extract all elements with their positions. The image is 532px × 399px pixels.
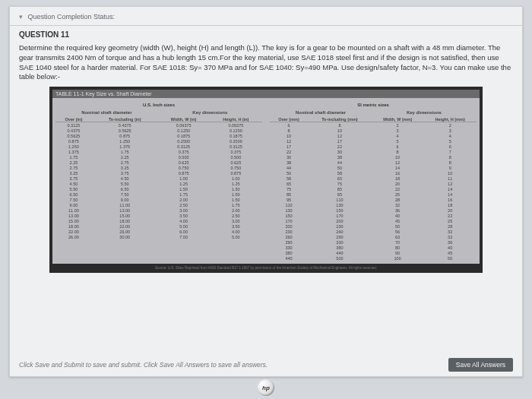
table-row: 50581610 bbox=[270, 170, 477, 176]
us-column: U.S. Inch sizes Nominal shaft diameterKe… bbox=[55, 101, 262, 261]
status-label: Question Completion Status: bbox=[28, 13, 116, 21]
table-figure: TABLE 11-1 Key Size vs. Shaft Diameter U… bbox=[49, 87, 483, 273]
table-row: 2602906332 bbox=[270, 234, 477, 239]
table-row: 1301503620 bbox=[270, 207, 477, 213]
table-row: 0.56250.8750.18750.1875 bbox=[55, 133, 262, 138]
table-row: 6.507.501.751.50 bbox=[55, 192, 262, 197]
table-row: 18.0022.005.003.50 bbox=[55, 223, 262, 229]
table-row: 4.505.501.251.25 bbox=[55, 181, 262, 186]
table-row: 0.8751.2500.25000.2500 bbox=[55, 138, 262, 144]
table-row: 4450149 bbox=[270, 165, 477, 170]
table-row: 22.0026.006.004.00 bbox=[55, 229, 262, 234]
divider bbox=[10, 25, 522, 26]
table-row: 1101303218 bbox=[270, 202, 477, 207]
hp-logo-icon: hp bbox=[258, 379, 274, 396]
table-row: 26.0030.007.005.00 bbox=[55, 234, 262, 239]
table-row: 6822 bbox=[270, 122, 477, 128]
table-row: 121755 bbox=[270, 138, 477, 144]
si-column: SI metric sizes Nominal shaft diameterKe… bbox=[270, 101, 477, 261]
table-row: 3804409045 bbox=[270, 250, 477, 255]
table-row: 81033 bbox=[270, 128, 477, 133]
table-row: 0.31250.43750.093750.09375 bbox=[55, 122, 262, 128]
table-row: 1.2501.3750.31250.3125 bbox=[55, 144, 262, 149]
table-row: 2.252.750.6250.625 bbox=[55, 160, 262, 165]
save-all-button[interactable]: Save All Answers bbox=[448, 358, 513, 372]
table-row: 15.0018.004.003.00 bbox=[55, 218, 262, 223]
table-row: 3844128 bbox=[270, 160, 477, 165]
table-row: 58651811 bbox=[270, 176, 477, 181]
table-row: 13.0015.003.502.50 bbox=[55, 213, 262, 218]
table-row: 75852214 bbox=[270, 186, 477, 192]
table-row: 2903307036 bbox=[270, 239, 477, 245]
table-row: 2.753.250.7500.750 bbox=[55, 165, 262, 170]
completion-status: ▾ Question Completion Status: bbox=[19, 11, 513, 25]
bottom-hint: Click Save and Submit to save and submit… bbox=[19, 361, 268, 369]
question-page: ▾ Question Completion Status: QUESTION 1… bbox=[9, 6, 523, 377]
units-right: SI metric sizes bbox=[270, 101, 477, 109]
table-row: 101244 bbox=[270, 133, 477, 138]
question-prompt: Determine the required key geometry (wid… bbox=[19, 43, 513, 82]
table-row: 9.0011.002.501.75 bbox=[55, 202, 262, 207]
bottom-bar: Click Save and Submit to save and submit… bbox=[19, 358, 513, 372]
question-number: QUESTION 11 bbox=[19, 30, 513, 39]
source-note: Source: U.S. Sizes Reprinted from ANSI S… bbox=[52, 264, 480, 270]
table-row: 3038108 bbox=[270, 154, 477, 160]
table-row: 44050010050 bbox=[270, 255, 477, 261]
table-row: 1702004525 bbox=[270, 218, 477, 223]
table-row: 951102816 bbox=[270, 197, 477, 202]
table-row: 2002305028 bbox=[270, 223, 477, 229]
table-row: 1501704022 bbox=[270, 213, 477, 218]
table-row: 223087 bbox=[270, 149, 477, 154]
table-row: 2302605632 bbox=[270, 229, 477, 234]
chevron-down-icon: ▾ bbox=[19, 13, 23, 21]
table-row: 65752012 bbox=[270, 181, 477, 186]
table-row: 3.253.750.8750.875 bbox=[55, 170, 262, 176]
table-row: 3303808040 bbox=[270, 245, 477, 250]
table-row: 3.754.501.001.00 bbox=[55, 176, 262, 181]
table-row: 85952514 bbox=[270, 192, 477, 197]
table-row: 5.506.501.501.50 bbox=[55, 186, 262, 192]
si-table: Nominal shaft diameterKey dimensions Ove… bbox=[270, 109, 477, 261]
table-title: TABLE 11-1 Key Size vs. Shaft Diameter bbox=[52, 90, 480, 98]
table-row: 1.3751.750.3750.375 bbox=[55, 149, 262, 154]
table-wrap: U.S. Inch sizes Nominal shaft diameterKe… bbox=[52, 98, 480, 264]
table-row: 11.0013.003.002.00 bbox=[55, 207, 262, 213]
table-row: 7.509.002.001.50 bbox=[55, 197, 262, 202]
units-left: U.S. Inch sizes bbox=[55, 101, 262, 109]
us-table: Nominal shaft diameterKey dimensions Ove… bbox=[55, 109, 262, 239]
table-row: 172266 bbox=[270, 144, 477, 149]
table-row: 1.752.250.5000.500 bbox=[55, 154, 262, 160]
table-row: 0.43750.56250.12500.1250 bbox=[55, 128, 262, 133]
